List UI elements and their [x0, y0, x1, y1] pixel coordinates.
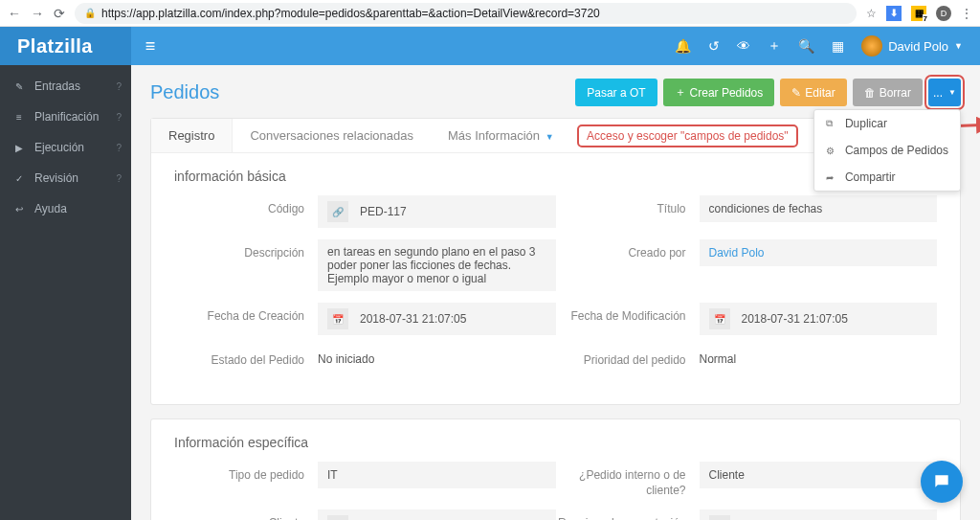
field-label: ¿Pedido interno o de cliente? [556, 462, 700, 498]
brand-logo[interactable]: Platzilla [0, 27, 131, 65]
copy-icon: ⧉ [826, 118, 837, 129]
gear-icon: ⚙ [826, 146, 837, 156]
field-label: Título [556, 195, 700, 216]
sidebar-item-label: Entradas [34, 79, 80, 93]
search-icon[interactable]: 🔍 [798, 38, 814, 54]
reload-icon[interactable]: ⟳ [54, 6, 65, 21]
user-name: David Polo [888, 39, 948, 54]
chevron-down-icon: ▼ [948, 88, 956, 97]
check-icon: ✓ [13, 173, 25, 184]
forward-icon[interactable]: → [31, 6, 44, 21]
tab-mas-informacion[interactable]: Más Información ▼ [431, 119, 571, 152]
address-bar[interactable]: 🔒 https://app.platzilla.com/index.php?mo… [75, 3, 857, 24]
back-icon[interactable]: ← [8, 6, 21, 21]
sidebar-item-revision[interactable]: ✓ Revisión ? [0, 163, 131, 193]
sidebar-toggle-icon[interactable]: ≡ [131, 36, 169, 57]
field-value-link[interactable]: David Polo [709, 246, 765, 260]
sidebar-item-planificacion[interactable]: ≡ Planificación ? [0, 102, 131, 132]
tab-conversaciones[interactable]: Conversaciones relacionadas [233, 119, 431, 152]
history-icon[interactable]: ↺ [708, 38, 720, 54]
field-label: Creado por [556, 239, 700, 260]
field-value: No iniciado [318, 347, 556, 372]
crear-pedidos-button[interactable]: ＋Crear Pedidos [663, 79, 775, 106]
menu-icon[interactable]: ⋮ [961, 7, 972, 20]
sidebar-item-entradas[interactable]: ✎ Entradas ? [0, 71, 131, 102]
field-value: 2018-07-31 21:07:05 [360, 312, 466, 326]
url-text: https://app.platzilla.com/index.php?modu… [101, 7, 600, 20]
field-label: Código [174, 195, 318, 216]
field-value: Normal [700, 347, 938, 372]
menu-item-duplicar[interactable]: ⧉ Duplicar [814, 110, 960, 137]
field-value: 2018-07-31 21:07:05 [742, 312, 848, 326]
user-menu[interactable]: David Polo ▼ [861, 35, 963, 57]
eye-icon[interactable]: 👁 [737, 38, 750, 54]
chevron-down-icon: ▼ [954, 41, 963, 51]
menu-item-compartir[interactable]: ➦ Compartir [814, 164, 960, 191]
list-icon: ≡ [13, 112, 25, 123]
sidebar-item-label: Ayuda [34, 202, 67, 215]
trash-icon: 🗑 [864, 86, 876, 100]
sidebar-item-label: Revisión [34, 171, 78, 185]
share-icon: ➦ [826, 172, 837, 183]
field-label: Estado del Pedido [174, 347, 318, 368]
field-value: PED-117 [360, 205, 407, 218]
annotation-callout: Acceso y escoger "campos de pedidos" [577, 124, 798, 147]
lock-icon: 🔒 [84, 8, 96, 18]
pasar-ot-button[interactable]: Pasar a OT [575, 79, 657, 106]
relation-icon: ⚭ [327, 515, 348, 520]
more-actions-button[interactable]: ...▼ [928, 79, 961, 106]
more-actions-menu: ⧉ Duplicar ⚙ Campos de Pedidos ➦ Compart… [813, 109, 961, 192]
star-icon[interactable]: ☆ [866, 7, 877, 20]
plus-icon: ＋ [675, 84, 686, 101]
help-icon: ? [116, 173, 122, 184]
field-label: Prioridad del pedido [556, 347, 700, 368]
field-value: en tareas en segundo plano en el paso 3 … [327, 245, 546, 285]
avatar [861, 35, 882, 57]
reply-icon: ↩ [13, 204, 25, 215]
sidebar-item-ayuda[interactable]: ↩ Ayuda [0, 193, 131, 224]
field-value: IT [327, 468, 338, 482]
borrar-button[interactable]: 🗑Borrar [853, 79, 923, 106]
page-title: Pedidos [150, 81, 219, 103]
help-icon: ? [116, 81, 122, 92]
bell-icon[interactable]: 🔔 [675, 38, 691, 54]
chrome-profile-icon[interactable]: D [936, 6, 951, 21]
chat-fab-button[interactable] [921, 461, 963, 503]
tab-registro[interactable]: Registro [151, 119, 233, 152]
extension-icon[interactable]: ⬇ [886, 6, 902, 21]
topbar: Platzilla ≡ 🔔 ↺ 👁 ＋ 🔍 ▦ David Polo ▼ [0, 27, 980, 65]
menu-item-campos-pedidos[interactable]: ⚙ Campos de Pedidos [814, 137, 960, 164]
field-label: Fecha de Creación [174, 303, 318, 324]
sidebar-item-ejecucion[interactable]: ▶ Ejecución ? [0, 132, 131, 163]
pencil-icon: ✎ [791, 86, 801, 100]
help-icon: ? [116, 112, 122, 123]
extension-notes-icon[interactable]: ▦ [911, 6, 926, 21]
sidebar: ✎ Entradas ? ≡ Planificación ? ▶ Ejecuci… [0, 65, 131, 520]
field-label: Requiere documentación técnica [556, 509, 700, 520]
calendar-icon: 📅 [709, 308, 730, 329]
sidebar-item-label: Planificación [34, 110, 99, 124]
play-icon: ▶ [13, 143, 25, 153]
sidebar-item-label: Ejecución [34, 141, 84, 154]
pencil-icon: ✎ [13, 81, 25, 92]
help-icon: ? [116, 143, 122, 153]
checkbox-icon: ✓ [709, 515, 730, 520]
field-value: Cliente [709, 468, 745, 482]
field-label: Descripción [174, 239, 318, 260]
field-label: Fecha de Modificación [556, 303, 700, 324]
editar-button[interactable]: ✎Editar [780, 79, 846, 106]
calendar-icon: 📅 [327, 308, 348, 329]
browser-chrome: ← → ⟳ 🔒 https://app.platzilla.com/index.… [0, 0, 980, 27]
plus-icon[interactable]: ＋ [768, 37, 781, 55]
chevron-down-icon: ▼ [546, 132, 554, 142]
section-title-especifica: Información específica [174, 435, 937, 450]
apps-icon[interactable]: ▦ [832, 38, 844, 54]
link-icon: 🔗 [327, 201, 348, 222]
field-value: condiciones de fechas [709, 202, 823, 215]
field-label: Tipo de pedido [174, 462, 318, 483]
chat-icon [932, 472, 951, 491]
field-label: Cliente [174, 509, 318, 520]
